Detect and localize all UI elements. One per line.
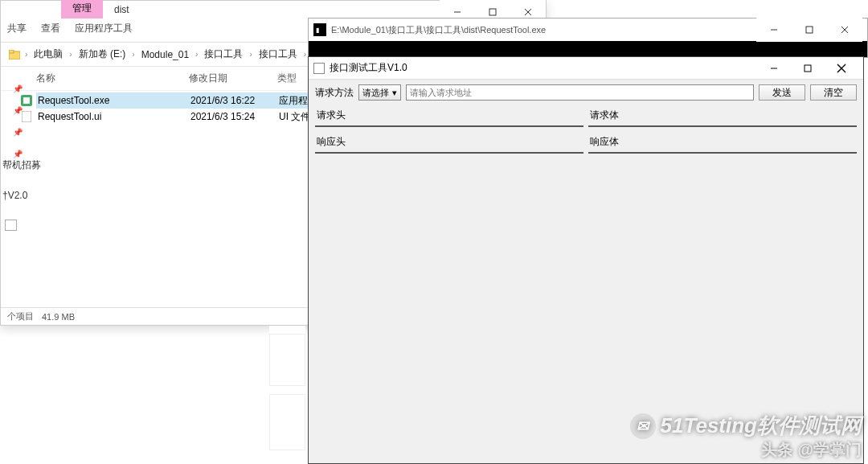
chevron-right-icon: › — [304, 50, 306, 59]
cmd-body — [309, 41, 867, 57]
svg-rect-8 — [22, 111, 31, 122]
response-body-box[interactable] — [588, 152, 857, 154]
breadcrumb-item[interactable]: 接口工具 — [201, 46, 246, 63]
svg-rect-5 — [9, 50, 14, 53]
tool-window: 接口测试工具V1.0 请求方法 请选择 ▾ 发送 清空 请求头 请求体 — [308, 56, 864, 464]
request-header-label: 请求头 — [317, 109, 582, 122]
response-header-box[interactable] — [315, 152, 583, 154]
svg-rect-1 — [489, 9, 496, 15]
request-body-label: 请求体 — [590, 109, 855, 122]
tool-body: 请求方法 请选择 ▾ 发送 清空 请求头 请求体 响应头 — [309, 80, 863, 463]
chevron-right-icon: › — [195, 50, 198, 59]
url-input[interactable] — [406, 84, 754, 101]
cmd-icon: ▮ — [313, 23, 326, 36]
sidebar-item[interactable]: 帮机招募 — [2, 158, 47, 172]
method-label: 请求方法 — [315, 86, 354, 100]
chevron-right-icon: › — [69, 50, 72, 59]
chevron-right-icon: › — [132, 50, 134, 59]
pin-icon: 📌 — [13, 128, 23, 137]
maximize-button[interactable] — [792, 18, 827, 42]
status-size: 41.9 MB — [42, 312, 75, 322]
request-body-box[interactable] — [588, 125, 857, 127]
request-row: 请求方法 请选择 ▾ 发送 清空 — [315, 84, 857, 101]
send-button[interactable]: 发送 — [759, 84, 805, 101]
close-button[interactable] — [827, 18, 862, 42]
request-header-box[interactable] — [315, 125, 583, 127]
sidebar-placeholder — [5, 220, 17, 231]
background-block — [269, 334, 305, 386]
minimize-button[interactable] — [756, 18, 792, 42]
method-select[interactable]: 请选择 ▾ — [358, 84, 401, 101]
breadcrumb-item[interactable]: 新加卷 (E:) — [76, 46, 129, 63]
svg-rect-15 — [805, 65, 811, 72]
pin-column: 📌 📌 📌 📌 — [13, 84, 23, 158]
method-select-text: 请选择 — [362, 87, 389, 99]
cmd-title-text: E:\Module_01\接口工具\接口工具\dist\RequestTool.… — [331, 24, 546, 36]
sidebar-items: 帮机招募 †V2.0 — [1, 154, 49, 206]
chevron-right-icon: › — [249, 50, 252, 59]
breadcrumb-item[interactable]: 接口工具 — [256, 46, 301, 63]
window-icon — [313, 63, 325, 74]
watermark-2: 头条 @学掌门 — [761, 439, 862, 461]
svg-rect-11 — [806, 27, 813, 33]
ribbon-view[interactable]: 查看 — [41, 22, 60, 35]
response-header-label: 响应头 — [317, 135, 582, 149]
cmd-window: ▮ E:\Module_01\接口工具\接口工具\dist\RequestToo… — [308, 18, 868, 58]
file-name: RequestTool.ui — [38, 111, 190, 122]
sidebar-item[interactable]: †V2.0 — [2, 190, 47, 201]
column-date[interactable]: 修改日期 — [189, 72, 277, 85]
close-button[interactable] — [825, 58, 858, 79]
file-date: 2021/6/3 15:24 — [190, 111, 279, 122]
breadcrumb-item[interactable]: Module_01 — [138, 47, 192, 62]
ribbon-share[interactable]: 共享 — [7, 22, 27, 35]
clear-button[interactable]: 清空 — [810, 84, 857, 101]
column-name[interactable]: 名称 — [36, 72, 189, 85]
chevron-right-icon: › — [25, 50, 27, 59]
breadcrumb-item[interactable]: 此电脑 — [31, 46, 66, 63]
pin-icon: 📌 — [13, 106, 23, 115]
pin-icon: 📌 — [13, 84, 23, 93]
file-date: 2021/6/3 16:22 — [190, 95, 279, 106]
ribbon-context-tab[interactable]: dist — [103, 1, 141, 18]
background-block — [269, 394, 305, 450]
response-panels: 响应头 响应体 — [315, 132, 857, 154]
watermark-1: ✉ 51Testing软件测试网 — [630, 412, 862, 440]
watermark-text-1: 51Testing软件测试网 — [661, 412, 862, 440]
tool-title-text: 接口测试工具V1.0 — [330, 61, 407, 75]
svg-rect-7 — [23, 97, 30, 104]
chevron-down-icon: ▾ — [392, 88, 397, 98]
svg-text:▮: ▮ — [316, 27, 319, 34]
status-count: 个项目 — [7, 310, 34, 322]
ribbon-manage-tab[interactable]: 管理 — [61, 0, 103, 18]
cmd-titlebar[interactable]: ▮ E:\Module_01\接口工具\接口工具\dist\RequestToo… — [309, 18, 867, 41]
request-panels: 请求头 请求体 — [315, 105, 857, 127]
response-body-label: 响应体 — [590, 135, 855, 149]
tool-titlebar[interactable]: 接口测试工具V1.0 — [309, 57, 863, 80]
folder-icon — [7, 47, 22, 62]
wechat-icon: ✉ — [630, 413, 656, 439]
file-name: RequestTool.exe — [38, 95, 190, 106]
maximize-button[interactable] — [791, 58, 825, 79]
ribbon-app-tools[interactable]: 应用程序工具 — [75, 22, 133, 35]
minimize-button[interactable] — [757, 58, 791, 79]
